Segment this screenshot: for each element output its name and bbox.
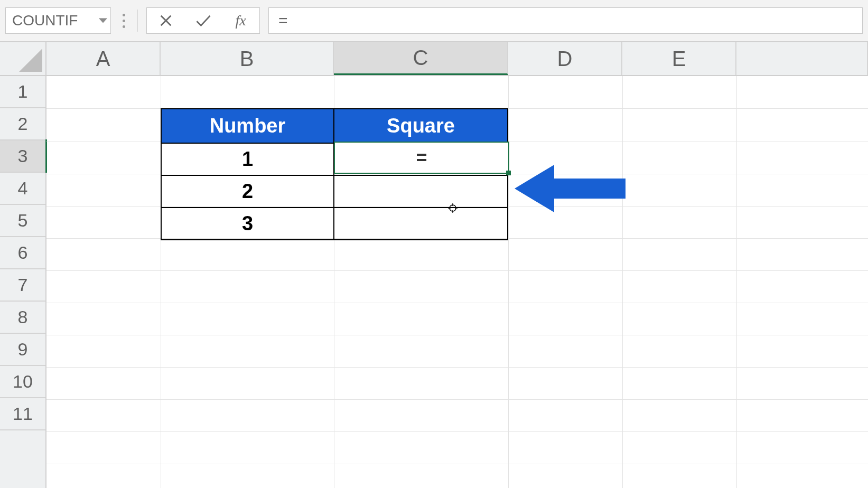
row-header-9[interactable]: 9	[0, 334, 45, 366]
insert-function-icon[interactable]: fx	[225, 8, 257, 33]
cell-B3[interactable]: 1	[162, 144, 334, 175]
cell-B5[interactable]: 3	[162, 208, 334, 239]
col-header-E[interactable]: E	[622, 42, 736, 75]
row-header-5[interactable]: 5	[0, 205, 45, 237]
row-header-10[interactable]: 10	[0, 366, 45, 398]
row-header-7[interactable]: 7	[0, 269, 45, 302]
name-box[interactable]: COUNTIF	[5, 7, 111, 34]
active-cell-C3[interactable]: =	[334, 142, 509, 174]
column-headers: A B C D E	[46, 42, 868, 76]
row-header-3[interactable]: 3	[0, 140, 45, 173]
row-header-1[interactable]: 1	[0, 76, 45, 108]
cancel-icon[interactable]	[150, 8, 182, 33]
col-header-C[interactable]: C	[334, 42, 508, 75]
formula-bar: COUNTIF fx =	[0, 0, 868, 42]
active-cell-value: =	[416, 147, 427, 169]
table-row: 2	[162, 175, 507, 207]
col-header-D[interactable]: D	[508, 42, 622, 75]
data-table: Number Square 1 2 3	[161, 108, 508, 240]
name-box-value: COUNTIF	[12, 12, 78, 29]
col-header-blank[interactable]	[736, 42, 868, 75]
header-number[interactable]: Number	[162, 109, 334, 143]
chevron-down-icon[interactable]	[99, 18, 107, 23]
row-headers: 1 2 3 4 5 6 7 8 9 10 11	[0, 76, 46, 488]
row-header-8[interactable]: 8	[0, 302, 45, 334]
divider	[137, 10, 138, 32]
col-header-B[interactable]: B	[161, 42, 334, 75]
table-row: 3	[162, 207, 507, 239]
formula-controls: fx	[146, 7, 260, 34]
spreadsheet-grid: A B C D E 1 2 3 4 5 6 7 8 9 10 11	[0, 42, 868, 488]
enter-icon[interactable]	[188, 8, 219, 33]
row-header-6[interactable]: 6	[0, 237, 45, 269]
cell-B4[interactable]: 2	[162, 176, 334, 207]
formula-input[interactable]: =	[268, 7, 863, 34]
row-header-2[interactable]: 2	[0, 108, 45, 140]
cell-C5[interactable]	[334, 208, 507, 239]
split-handle[interactable]	[119, 14, 128, 28]
svg-marker-7	[515, 165, 626, 212]
table-header-row: Number Square	[162, 109, 507, 143]
cells-canvas[interactable]: Number Square 1 2 3 =	[46, 76, 868, 488]
header-square[interactable]: Square	[334, 109, 507, 143]
row-header-11[interactable]: 11	[0, 398, 45, 430]
arrow-annotation-icon	[515, 165, 626, 214]
formula-value: =	[278, 12, 288, 30]
col-header-A[interactable]: A	[46, 42, 161, 75]
select-all-corner[interactable]	[0, 42, 46, 76]
cell-C4[interactable]	[334, 176, 507, 207]
fill-handle[interactable]	[506, 171, 511, 175]
row-header-4[interactable]: 4	[0, 173, 45, 205]
